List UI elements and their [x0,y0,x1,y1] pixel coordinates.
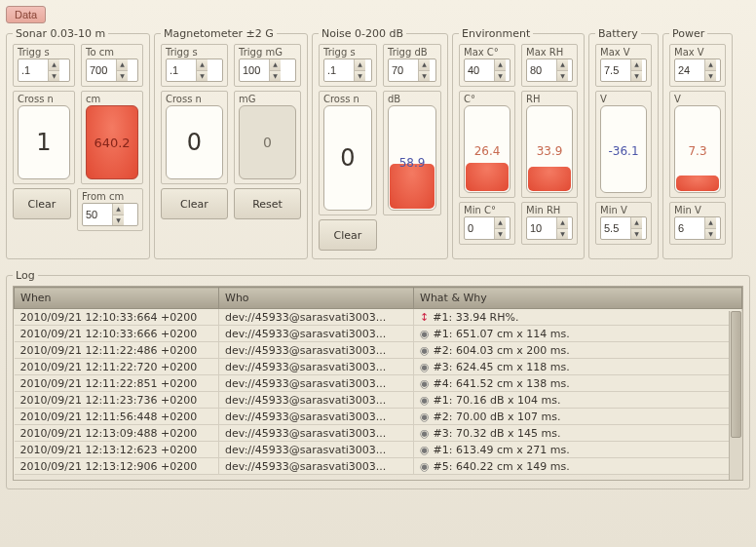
mag-trigg-s-spinner[interactable]: ▲▼ [166,59,223,82]
pwr-maxv-label: Max V [674,47,721,59]
spinner-down-icon[interactable]: ▼ [495,71,506,82]
log-col-what[interactable]: What & Why [414,288,742,309]
spinner-down-icon[interactable]: ▼ [197,71,208,82]
table-cell: dev://45933@sarasvati3003... [219,425,414,442]
table-row[interactable]: 2010/09/21 12:11:22:851 +0200dev://45933… [15,375,742,392]
env-maxc-spinner[interactable]: ▲▼ [464,59,510,82]
mag-crossn-display: 0 [166,105,223,179]
spinner-up-icon[interactable]: ▲ [355,59,365,71]
spinner-up-icon[interactable]: ▲ [557,217,568,229]
table-row[interactable]: 2010/09/21 12:11:22:720 +0200dev://45933… [15,359,742,375]
noise-db-meter: 58.9 [388,105,436,211]
bat-minv-input[interactable] [601,217,630,239]
spinner-up-icon[interactable]: ▲ [705,217,716,229]
mag-clear-button[interactable]: Clear [161,188,228,219]
pwr-minv-label: Min V [674,205,721,216]
table-row[interactable]: 2010/09/21 12:11:22:486 +0200dev://45933… [15,342,742,359]
spinner-down-icon[interactable]: ▼ [705,229,716,240]
table-cell: ◉#2: 604.03 cm x 200 ms. [414,342,742,359]
pwr-maxv-input[interactable] [675,59,704,81]
noise-db-label: dB [388,94,400,105]
mag-trigg-mg-input[interactable] [240,59,269,81]
log-scroll-thumb[interactable] [731,311,741,438]
spinner-down-icon[interactable]: ▼ [705,71,716,82]
pwr-minv-input[interactable] [675,217,704,239]
spinner-down-icon[interactable]: ▼ [557,229,568,240]
log-panel: Log When Who What & Why 2010/09/21 12:10… [6,269,750,489]
sonar-to-cm-spinner[interactable]: ▲▼ [86,59,138,82]
sensor-panels: Sonar 0.03-10 m Trigg s ▲▼ To cm ▲▼ Cros… [6,27,750,259]
pwr-minv-spinner[interactable]: ▲▼ [674,216,721,240]
spinner-down-icon[interactable]: ▼ [495,229,506,240]
bat-maxv-spinner[interactable]: ▲▼ [600,59,647,82]
sonar-from-cm-spinner[interactable]: ▲▼ [82,203,138,226]
noise-trigg-db-spinner[interactable]: ▲▼ [388,59,436,82]
bat-minv-spinner[interactable]: ▲▼ [600,216,647,240]
table-cell: 2010/09/21 12:13:09:488 +0200 [15,425,219,442]
sonar-from-cm-input[interactable] [83,204,112,225]
log-scrollbar[interactable] [729,311,742,480]
spinner-up-icon[interactable]: ▲ [631,217,642,229]
table-cell: ↕#1: 33.94 RH%. [414,309,742,326]
sonar-icon: ◉ [420,377,430,390]
spinner-up-icon[interactable]: ▲ [705,59,716,71]
log-col-when[interactable]: When [15,288,219,309]
pwr-v-fill [676,176,719,191]
env-maxrh-input[interactable] [527,59,556,81]
mag-trigg-s-input[interactable] [167,59,196,81]
env-c-label: C° [464,94,475,105]
table-row[interactable]: 2010/09/21 12:13:12:623 +0200dev://45933… [15,442,742,458]
mag-reset-button[interactable]: Reset [234,188,301,219]
spinner-down-icon[interactable]: ▼ [355,71,365,82]
spinner-up-icon[interactable]: ▲ [557,59,568,71]
spinner-down-icon[interactable]: ▼ [113,215,124,226]
table-row[interactable]: 2010/09/21 12:10:33:666 +0200dev://45933… [15,326,742,342]
bat-v-meter: -36.1 [600,105,647,193]
sonar-icon: ◉ [420,444,430,456]
noise-clear-button[interactable]: Clear [319,219,377,251]
spinner-up-icon[interactable]: ▲ [197,59,208,71]
spinner-down-icon[interactable]: ▼ [557,71,568,82]
sonar-to-cm-input[interactable] [87,59,116,81]
noise-db-fill [390,164,435,209]
env-minc-input[interactable] [465,217,494,239]
noise-trigg-s-spinner[interactable]: ▲▼ [323,59,372,82]
sonar-trigg-s-input[interactable] [19,59,48,81]
table-row[interactable]: 2010/09/21 12:11:56:448 +0200dev://45933… [15,409,742,425]
env-minrh-spinner[interactable]: ▲▼ [526,216,573,240]
spinner-up-icon[interactable]: ▲ [419,59,430,71]
spinner-down-icon[interactable]: ▼ [270,71,281,82]
spinner-down-icon[interactable]: ▼ [117,71,128,82]
table-cell: dev://45933@sarasvati3003... [219,326,414,342]
mag-trigg-mg-spinner[interactable]: ▲▼ [239,59,296,82]
env-minc-spinner[interactable]: ▲▼ [464,216,510,240]
table-row[interactable]: 2010/09/21 12:13:12:906 +0200dev://45933… [15,458,742,475]
spinner-down-icon[interactable]: ▼ [631,71,642,82]
spinner-down-icon[interactable]: ▼ [49,71,59,82]
spinner-up-icon[interactable]: ▲ [113,204,124,215]
sonar-clear-button[interactable]: Clear [13,188,71,219]
noise-trigg-s-input[interactable] [324,59,354,81]
spinner-up-icon[interactable]: ▲ [495,217,506,229]
bat-maxv-input[interactable] [601,59,630,81]
spinner-up-icon[interactable]: ▲ [270,59,281,71]
spinner-up-icon[interactable]: ▲ [495,59,506,71]
pwr-maxv-spinner[interactable]: ▲▼ [674,59,721,82]
spinner-down-icon[interactable]: ▼ [419,71,430,82]
spinner-down-icon[interactable]: ▼ [631,229,642,240]
table-cell: 2010/09/21 12:13:12:623 +0200 [15,442,219,458]
battery-panel: Battery Max V ▲▼ V -36.1 Min V ▲▼ [588,27,659,259]
env-maxc-input[interactable] [465,59,494,81]
table-row[interactable]: 2010/09/21 12:10:33:664 +0200dev://45933… [15,309,742,326]
log-col-who[interactable]: Who [219,288,414,309]
data-button[interactable]: Data [6,6,46,23]
table-row[interactable]: 2010/09/21 12:13:09:488 +0200dev://45933… [15,425,742,442]
noise-trigg-db-input[interactable] [389,59,418,81]
env-maxrh-spinner[interactable]: ▲▼ [526,59,573,82]
sonar-trigg-s-spinner[interactable]: ▲▼ [18,59,70,82]
spinner-up-icon[interactable]: ▲ [49,59,59,71]
spinner-up-icon[interactable]: ▲ [117,59,128,71]
table-row[interactable]: 2010/09/21 12:11:23:736 +0200dev://45933… [15,392,742,409]
spinner-up-icon[interactable]: ▲ [631,59,642,71]
env-minrh-input[interactable] [527,217,556,239]
